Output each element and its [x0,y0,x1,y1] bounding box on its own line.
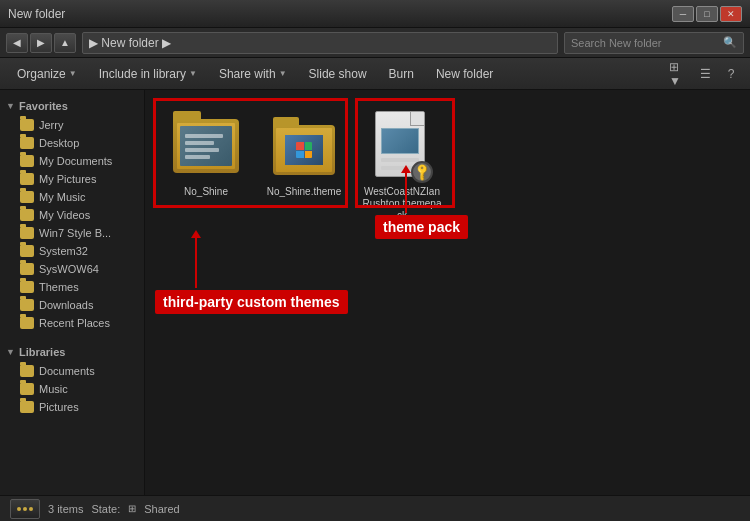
sidebar-item-label: Documents [39,365,95,377]
favorites-section-header[interactable]: ▼ Favorites [0,96,144,116]
sidebar-item-label: My Videos [39,209,90,221]
mypictures-folder-icon [20,173,34,185]
status-icon [10,499,40,519]
sidebar-item-label: My Documents [39,155,112,167]
share-with-button[interactable]: Share with ▼ [210,62,296,86]
nav-buttons: ◀ ▶ ▲ [6,33,76,53]
include-library-arrow-icon: ▼ [189,69,197,78]
address-bar: ◀ ▶ ▲ ▶ New folder ▶ Search New folder 🔍 [0,28,750,58]
details-view-button[interactable]: ☰ [694,63,716,85]
third-party-annotation: third-party custom themes [295,290,488,314]
window-controls: ─ □ ✕ [672,6,742,22]
sidebar-item-themes[interactable]: Themes [0,278,144,296]
toolbar: Organize ▼ Include in library ▼ Share wi… [0,58,750,90]
view-dropdown-button[interactable]: ⊞ ▼ [668,63,690,85]
key-overlay-icon: 🔑 [411,161,433,183]
sidebar-item-label: My Pictures [39,173,96,185]
share-with-arrow-icon: ▼ [279,69,287,78]
maximize-button[interactable]: □ [696,6,718,22]
sidebar-item-jerry[interactable]: Jerry [0,116,144,134]
status-bar: 3 items State: ⊞ Shared [0,495,750,521]
sidebar-item-documents[interactable]: Documents [0,362,144,380]
sidebar-item-system32[interactable]: System32 [0,242,144,260]
sidebar-item-recentplaces[interactable]: Recent Places [0,314,144,332]
status-dot2 [23,507,27,511]
status-state-label: State: [91,503,120,515]
mydocuments-folder-icon [20,155,34,167]
sidebar-item-label: SysWOW64 [39,263,99,275]
search-icon: 🔍 [723,36,737,49]
sidebar-item-myvideos[interactable]: My Videos [0,206,144,224]
sidebar-item-music[interactable]: Music [0,380,144,398]
sidebar-item-label: Desktop [39,137,79,149]
third-party-label: third-party custom themes [155,290,348,314]
organize-arrow-icon: ▼ [69,69,77,78]
desktop-folder-icon [20,137,34,149]
status-dot3 [29,507,33,511]
file-item-no-shine[interactable]: No_Shine [161,106,251,202]
back-button[interactable]: ◀ [6,33,28,53]
no-shine-theme-icon-container [268,110,340,182]
new-folder-button[interactable]: New folder [427,62,502,86]
sidebar-item-downloads[interactable]: Downloads [0,296,144,314]
theme-pack-annotation: theme pack [405,215,498,239]
minimize-button[interactable]: ─ [672,6,694,22]
no-shine-theme-label: No_Shine.theme [267,186,342,198]
sidebar-item-label: Themes [39,281,79,293]
downloads-folder-icon [20,299,34,311]
libraries-chevron-icon: ▼ [6,347,15,357]
sidebar-item-mypictures[interactable]: My Pictures [0,170,144,188]
status-state-icon: ⊞ [128,503,136,514]
slide-show-button[interactable]: Slide show [300,62,376,86]
sidebar-item-label: Pictures [39,401,79,413]
favorites-chevron-icon: ▼ [6,101,15,111]
search-box[interactable]: Search New folder 🔍 [564,32,744,54]
syswow64-folder-icon [20,263,34,275]
close-button[interactable]: ✕ [720,6,742,22]
mymusic-folder-icon [20,191,34,203]
libraries-label: Libraries [19,346,65,358]
file-item-no-shine-theme[interactable]: No_Shine.theme [259,106,349,202]
help-button[interactable]: ? [720,63,742,85]
include-library-button[interactable]: Include in library ▼ [90,62,206,86]
windows-logo-icon [296,142,312,158]
sidebar-item-label: Recent Places [39,317,110,329]
jerry-folder-icon [20,119,34,131]
sidebar-item-desktop[interactable]: Desktop [0,134,144,152]
favorites-label: Favorites [19,100,68,112]
organize-button[interactable]: Organize ▼ [8,62,86,86]
no-shine-label: No_Shine [184,186,228,198]
no-shine-icon-container [170,110,242,182]
status-state-value: Shared [144,503,179,515]
up-button[interactable]: ▲ [54,33,76,53]
sidebar-item-label: System32 [39,245,88,257]
sidebar-item-label: Music [39,383,68,395]
sidebar-item-mymusic[interactable]: My Music [0,188,144,206]
documents-library-icon [20,365,34,377]
sidebar-item-label: Win7 Style B... [39,227,111,239]
libraries-section-header[interactable]: ▼ Libraries [0,342,144,362]
address-path[interactable]: ▶ New folder ▶ [82,32,558,54]
sidebar-item-pictures[interactable]: Pictures [0,398,144,416]
content-area: No_Shine [145,90,750,495]
sidebar-item-win7style[interactable]: Win7 Style B... [0,224,144,242]
sidebar-item-mydocuments[interactable]: My Documents [0,152,144,170]
main-area: ▼ Favorites Jerry Desktop My Documents M… [0,90,750,495]
burn-button[interactable]: Burn [380,62,423,86]
sidebar-item-syswow64[interactable]: SysWOW64 [0,260,144,278]
theme-pack-label: theme pack [375,215,468,239]
myvideos-folder-icon [20,209,34,221]
music-library-icon [20,383,34,395]
sidebar-item-label: Jerry [39,119,63,131]
pictures-library-icon [20,401,34,413]
search-placeholder: Search New folder [571,37,662,49]
themes-folder-icon [20,281,34,293]
forward-button[interactable]: ▶ [30,33,52,53]
toolbar-right: ⊞ ▼ ☰ ? [668,63,742,85]
win7style-folder-icon [20,227,34,239]
sidebar-item-label: Downloads [39,299,93,311]
sidebar: ▼ Favorites Jerry Desktop My Documents M… [0,90,145,495]
status-count: 3 items [48,503,83,515]
no-shine-folder-icon [173,119,239,173]
title-bar: New folder ─ □ ✕ [0,0,750,28]
